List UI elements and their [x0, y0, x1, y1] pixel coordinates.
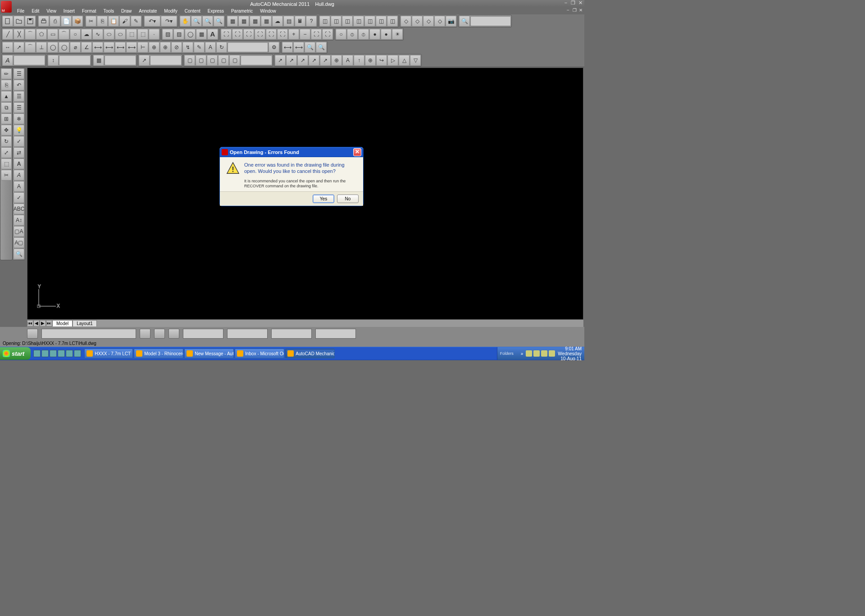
make-block-icon[interactable]: ⬚ [137, 29, 148, 40]
text-c-icon[interactable]: A [14, 181, 24, 192]
mirror-icon[interactable]: ▲ [1, 91, 12, 102]
clock[interactable]: 9:01 AM Wednesday 10-Aug-11 [558, 346, 582, 361]
print-preview-icon[interactable]: ⎙ [50, 16, 60, 27]
dim-arc-icon[interactable]: ⌒ [25, 42, 36, 53]
zoom-out-icon[interactable]: − [300, 29, 310, 40]
dim-diameter-icon[interactable]: ⌀ [70, 42, 81, 53]
table-style-icon[interactable]: ▦ [93, 55, 104, 66]
tray-icon-3[interactable] [541, 350, 547, 357]
mtext-icon[interactable]: A [207, 29, 218, 40]
dim-break-icon[interactable]: ⊢ [137, 42, 148, 53]
leader-5-icon[interactable]: ↗ [320, 55, 331, 66]
viewport-2-icon[interactable]: ▢ [196, 55, 206, 66]
constraint-3-icon[interactable]: 🔍 [305, 42, 315, 53]
ql-ie-icon[interactable] [33, 350, 41, 357]
view-cube-6-icon[interactable]: ◫ [376, 16, 387, 27]
view-cube-4-icon[interactable]: ◫ [353, 16, 364, 27]
rectangle-icon[interactable]: ▭ [47, 29, 58, 40]
linetype-dropdown[interactable] [227, 329, 268, 339]
symbol-7-icon[interactable]: △ [399, 55, 410, 66]
menu-express[interactable]: Express [204, 9, 228, 14]
lineweight-dropdown[interactable] [271, 329, 312, 339]
dim-radius-icon[interactable]: ◯ [47, 42, 58, 53]
publish-icon[interactable]: 📦 [72, 16, 83, 27]
viewport-5-icon[interactable]: ▢ [229, 55, 240, 66]
point-icon[interactable]: · [149, 29, 159, 40]
viewport-3-icon[interactable]: ▢ [207, 55, 218, 66]
dim-angular-icon[interactable]: ∠ [81, 42, 92, 53]
render-icon[interactable]: ☀ [392, 29, 403, 40]
erase-icon[interactable]: ✏ [1, 68, 12, 79]
dialog-close-button[interactable]: ✕ [353, 148, 361, 156]
dim-edit-icon[interactable]: ✎ [194, 42, 205, 53]
camera-icon[interactable]: 📷 [446, 16, 456, 27]
shade-shaded-icon[interactable]: ● [369, 29, 380, 40]
layer-prev-icon[interactable]: ↶ [14, 80, 24, 91]
symbol-3-icon[interactable]: ↑ [354, 55, 364, 66]
dialog-titlebar[interactable]: Open Drawing - Errors Found ✕ [220, 147, 363, 157]
view-cube-3-icon[interactable]: ◫ [342, 16, 353, 27]
text-find-icon[interactable]: 🔍 [14, 249, 24, 259]
leader-1-icon[interactable]: ↗ [275, 55, 286, 66]
multileader-style-dropdown[interactable] [150, 55, 182, 65]
yes-button[interactable]: Yes [313, 195, 334, 203]
tab-next-icon[interactable]: ▶ [40, 320, 46, 326]
open-icon[interactable] [14, 16, 24, 27]
center-mark-icon[interactable]: ⊕ [160, 42, 171, 53]
dim-text-edit-icon[interactable]: A [205, 42, 216, 53]
calculator-icon[interactable]: 🖩 [295, 16, 305, 27]
undo-icon[interactable]: ↶▾ [144, 16, 160, 27]
ql-app3-icon[interactable] [66, 350, 73, 357]
iso-2-icon[interactable]: ◇ [412, 16, 423, 27]
shade-wireframe-icon[interactable]: ○ [336, 29, 346, 40]
task-item-1[interactable]: HXXX - 7.7m LCT [84, 349, 133, 358]
move-icon[interactable]: ✥ [1, 125, 12, 136]
text-frame-icon[interactable]: ▢A [14, 226, 24, 237]
tab-first-icon[interactable]: ⏮ [27, 320, 33, 326]
menu-view[interactable]: View [43, 9, 60, 14]
tray-expand-icon[interactable]: » [521, 351, 524, 356]
view-cube-7-icon[interactable]: ◫ [387, 16, 398, 27]
shade-conceptual-icon[interactable]: ● [381, 29, 392, 40]
copy-obj-icon[interactable]: ⎘ [1, 80, 12, 91]
dim-ordinate-icon[interactable]: ⊥ [36, 42, 47, 53]
quickcalc-icon[interactable]: ▤ [283, 16, 294, 27]
color-dropdown[interactable] [183, 329, 223, 339]
search-field[interactable] [470, 16, 511, 26]
menu-window[interactable]: Window [256, 9, 280, 14]
menu-parametric[interactable]: Parametric [228, 9, 256, 14]
markup-icon[interactable]: ☁ [272, 16, 283, 27]
symbol-1-icon[interactable]: ⊕ [331, 55, 342, 66]
restore-button[interactable]: ❐ [570, 0, 576, 6]
layer-freeze-icon[interactable]: ❄ [14, 113, 24, 124]
cut-icon[interactable]: ✂ [86, 16, 96, 27]
prop-btn-1[interactable] [140, 329, 150, 339]
ql-app2-icon[interactable] [58, 350, 65, 357]
leader-2-icon[interactable]: ↗ [286, 55, 297, 66]
properties-icon[interactable]: ▦ [227, 16, 238, 27]
menu-format[interactable]: Format [78, 9, 100, 14]
inspect-icon[interactable]: ⊘ [171, 42, 182, 53]
viewport-1-icon[interactable]: ▢ [184, 55, 195, 66]
dimension-style-icon[interactable]: ↕ [48, 55, 59, 66]
zoom-window-icon[interactable]: 🔍 [202, 16, 213, 27]
zoom-in-icon[interactable]: + [288, 29, 299, 40]
ql-desktop-icon[interactable] [41, 350, 49, 357]
menu-insert[interactable]: Insert [60, 9, 78, 14]
spell-check-icon[interactable]: ✓ [14, 192, 24, 203]
tool-palettes-icon[interactable]: ▦ [250, 16, 260, 27]
print-icon[interactable] [38, 16, 49, 27]
iso-3-icon[interactable]: ◇ [423, 16, 434, 27]
redo-icon[interactable]: ↷▾ [161, 16, 177, 27]
rotate-icon[interactable]: ↻ [1, 136, 12, 147]
design-center-icon[interactable]: ▦ [238, 16, 249, 27]
task-item-5[interactable]: AutoCAD Mechanical ... [285, 349, 335, 358]
dim-jogged-icon[interactable]: ◯ [59, 42, 69, 53]
prop-btn-2[interactable] [154, 329, 165, 339]
block-editor-icon[interactable]: ✎ [131, 16, 141, 27]
insert-block-icon[interactable]: ⬚ [126, 29, 137, 40]
offset-icon[interactable]: ⧉ [1, 102, 12, 113]
iso-1-icon[interactable]: ◇ [401, 16, 411, 27]
pan-icon[interactable]: ✋ [180, 16, 191, 27]
doc-minimize-button[interactable]: − [565, 8, 571, 13]
